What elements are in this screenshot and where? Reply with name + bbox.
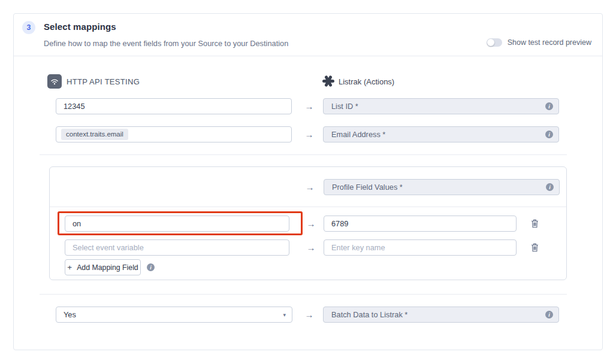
- select-mappings-card: 3 Select mappings Define how to map the …: [13, 13, 603, 350]
- source-connection-icon: [47, 74, 62, 89]
- arrow-icon: →: [303, 181, 316, 193]
- info-icon[interactable]: i: [545, 311, 553, 318]
- add-mapping-field-label: Add Mapping Field: [77, 263, 138, 272]
- delete-mapping-button[interactable]: [529, 218, 540, 229]
- info-icon[interactable]: i: [147, 263, 155, 271]
- header-divider: [14, 56, 602, 56]
- chevron-down-icon: ▾: [283, 312, 286, 318]
- list-id-source-input[interactable]: [56, 98, 292, 114]
- group-divider: [50, 207, 566, 207]
- destination-field-label: Batch Data to Listrak *: [331, 310, 407, 319]
- batch-source-select[interactable]: Yes ▾: [56, 307, 292, 323]
- plus-icon: +: [67, 263, 72, 272]
- list-id-destination-field: List ID * i: [323, 98, 559, 114]
- arrow-icon: →: [303, 129, 316, 141]
- profile-field-values-group: → Profile Field Values * i → → + Add Ma: [49, 166, 567, 280]
- arrow-icon: →: [304, 218, 318, 230]
- batch-destination-field: Batch Data to Listrak * i: [323, 307, 559, 323]
- wifi-icon: [50, 78, 59, 85]
- page-title: Select mappings: [44, 22, 116, 32]
- destination-field-label: List ID *: [331, 102, 358, 111]
- key-name-input-2[interactable]: [324, 239, 517, 256]
- show-test-record-preview-toggle[interactable]: [487, 38, 502, 47]
- section-divider: [40, 154, 567, 155]
- info-icon[interactable]: i: [545, 131, 553, 138]
- trash-icon: [531, 219, 539, 228]
- preview-toggle-row: Show test record preview: [487, 38, 591, 47]
- select-value: Yes: [64, 310, 76, 319]
- listrak-logo-icon: [322, 75, 334, 87]
- step-number-badge: 3: [22, 21, 35, 34]
- destination-field-label: Profile Field Values *: [332, 183, 403, 192]
- page-subtitle: Define how to map the event fields from …: [44, 39, 288, 48]
- key-name-input-1[interactable]: [324, 216, 517, 232]
- toggle-knob: [487, 39, 494, 46]
- source-column-name: HTTP API TESTING: [67, 77, 140, 86]
- info-icon[interactable]: i: [546, 183, 554, 191]
- arrow-icon: →: [303, 309, 316, 321]
- destination-column-name: Listrak (Actions): [339, 77, 394, 86]
- event-variable-input-1[interactable]: [65, 216, 289, 232]
- info-icon[interactable]: i: [545, 102, 553, 110]
- section-divider: [40, 294, 567, 295]
- arrow-icon: →: [304, 242, 318, 254]
- destination-field-label: Email Address *: [331, 130, 385, 139]
- event-variable-input-2[interactable]: [65, 239, 289, 256]
- add-mapping-field-button[interactable]: + Add Mapping Field: [65, 259, 141, 275]
- email-source-input[interactable]: context.traits.email: [56, 126, 292, 142]
- arrow-icon: →: [303, 101, 316, 113]
- toggle-label: Show test record preview: [508, 38, 591, 47]
- profile-field-values-destination-field: Profile Field Values * i: [324, 179, 560, 195]
- email-destination-field: Email Address * i: [323, 126, 559, 142]
- delete-mapping-button[interactable]: [529, 242, 540, 253]
- trash-icon: [531, 243, 539, 252]
- variable-chip[interactable]: context.traits.email: [61, 129, 128, 140]
